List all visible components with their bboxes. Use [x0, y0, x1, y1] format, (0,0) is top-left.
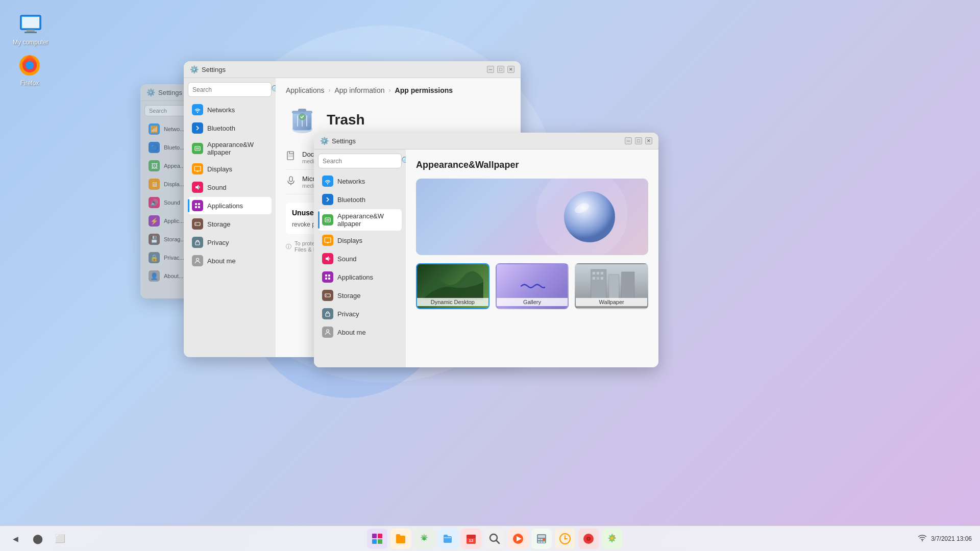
- applications-icon-back: ⚡: [149, 215, 160, 227]
- thumb-wallpaper-label: Wallpaper: [576, 298, 647, 306]
- search-box-front[interactable]: 🔍: [318, 154, 402, 168]
- displays-icon-mid: [192, 163, 203, 174]
- settings-window-front: ⚙️ Settings ─ □ ✕ 🔍 Networks: [314, 133, 658, 367]
- wallpaper-preview-large[interactable]: [416, 179, 648, 255]
- svg-rect-39: [328, 274, 330, 277]
- taskbar-app-calendar[interactable]: 12: [461, 529, 481, 549]
- search-box-mid[interactable]: 🔍: [188, 82, 272, 97]
- sidebar-item-appearance-front[interactable]: Appearance&W allpaper: [318, 209, 402, 231]
- privacy-label-back: Privac...: [164, 255, 184, 261]
- sidebar-item-bluetooth-front[interactable]: Bluetooth: [318, 191, 402, 208]
- svg-rect-41: [328, 278, 330, 280]
- win-mid-max[interactable]: □: [497, 66, 504, 73]
- taskbar-app-calculator[interactable]: [531, 529, 552, 549]
- win-front-close[interactable]: ✕: [645, 137, 652, 144]
- svg-marker-37: [326, 256, 329, 261]
- search-input-mid[interactable]: [192, 86, 269, 93]
- svg-rect-3: [24, 32, 37, 33]
- svg-marker-11: [195, 185, 199, 190]
- svg-rect-53: [601, 272, 603, 274]
- desktop-icon-my-computer[interactable]: My computer: [10, 10, 51, 48]
- firefox-label: Firefox: [20, 80, 39, 87]
- win-mid-close[interactable]: ✕: [507, 66, 514, 73]
- displays-icon-front: [322, 235, 333, 246]
- taskbar-status: 3/7/2021 13:06: [918, 534, 972, 543]
- datetime: 3/7/2021 13:06: [931, 535, 972, 542]
- aboutme-label-front: About me: [337, 329, 366, 336]
- sidebar-item-privacy-mid[interactable]: Privacy: [188, 234, 272, 251]
- sidebar-item-applications-mid[interactable]: Applications: [188, 197, 272, 214]
- svg-point-84: [610, 537, 614, 540]
- sidebar-item-appearance-mid[interactable]: Appearance&W allpaper: [188, 138, 272, 159]
- sidebar-item-sound-mid[interactable]: Sound: [188, 179, 272, 196]
- displays-label-mid: Displays: [207, 165, 232, 173]
- taskbar-app-media[interactable]: [508, 529, 528, 549]
- svg-rect-23: [298, 109, 306, 112]
- firefox-icon: [17, 53, 42, 78]
- networks-label-front: Networks: [337, 178, 365, 185]
- svg-rect-1: [22, 17, 39, 28]
- nav-back-button[interactable]: ◀: [8, 532, 22, 546]
- computer-icon: [18, 12, 43, 37]
- sidebar-item-networks-front[interactable]: Networks: [318, 172, 402, 190]
- win-front-min[interactable]: ─: [625, 137, 632, 144]
- taskbar-app-clock[interactable]: [555, 529, 575, 549]
- storage-icon-front: [322, 290, 333, 301]
- breadcrumb-applications[interactable]: Applications: [286, 86, 325, 94]
- svg-rect-35: [326, 219, 329, 221]
- svg-point-83: [587, 538, 589, 539]
- sidebar-item-displays-front[interactable]: Displays: [318, 232, 402, 249]
- win-mid-min[interactable]: ─: [487, 66, 494, 73]
- aboutme-icon-back: 👤: [149, 270, 160, 282]
- svg-rect-14: [195, 206, 197, 208]
- chevron-2: ›: [389, 87, 391, 94]
- storage-icon-mid: [192, 218, 203, 230]
- appearance-icon-back: 🖼: [149, 160, 160, 171]
- thumb-gallery-label: Gallery: [497, 298, 568, 306]
- sidebar-item-aboutme-front[interactable]: About me: [318, 323, 402, 341]
- breadcrumb-appinfo[interactable]: App information: [335, 86, 385, 94]
- win-mid-title: Settings: [202, 66, 226, 73]
- nav-home-button[interactable]: ⬤: [31, 532, 45, 546]
- thumb-dynamic-desktop[interactable]: Dynamic Desktop: [416, 263, 489, 309]
- nav-recent-button[interactable]: ⬜: [53, 532, 67, 546]
- sidebar-item-storage-mid[interactable]: Storage: [188, 215, 272, 233]
- svg-rect-49: [609, 274, 619, 300]
- sound-icon-mid: [192, 182, 203, 193]
- search-input-front[interactable]: [323, 158, 399, 165]
- privacy-icon-mid: [192, 237, 203, 248]
- desktop-icon-firefox[interactable]: Firefox: [9, 51, 50, 89]
- aboutme-label-back: About...: [164, 273, 183, 279]
- svg-rect-28: [287, 152, 293, 160]
- bluetooth-label-mid: Bluetooth: [207, 124, 235, 132]
- sidebar-item-bluetooth-mid[interactable]: Bluetooth: [188, 119, 272, 137]
- wallpaper-grid: Dynamic Desktop Gallery: [416, 263, 648, 309]
- svg-rect-42: [325, 294, 330, 297]
- sidebar-item-applications-front[interactable]: Applications: [318, 268, 402, 286]
- thumb-wallpaper[interactable]: Wallpaper: [575, 263, 648, 309]
- taskbar-app-launcher[interactable]: [367, 529, 387, 549]
- thumb-gallery[interactable]: Gallery: [496, 263, 569, 309]
- taskbar-app-settings[interactable]: [414, 529, 434, 549]
- taskbar-app-filemanager[interactable]: [437, 529, 458, 549]
- svg-rect-63: [467, 535, 476, 538]
- sidebar-item-aboutme-mid[interactable]: About me: [188, 252, 272, 269]
- svg-rect-31: [289, 177, 292, 182]
- svg-point-43: [326, 295, 327, 296]
- taskbar-app-photos[interactable]: [602, 529, 622, 549]
- sidebar-item-privacy-front[interactable]: Privacy: [318, 305, 402, 322]
- win-back-title: Settings: [158, 89, 182, 96]
- svg-rect-56: [601, 277, 603, 280]
- sidebar-item-displays-mid[interactable]: Displays: [188, 160, 272, 178]
- taskbar-app-music[interactable]: [578, 529, 599, 549]
- taskbar-app-magnifier[interactable]: [484, 529, 505, 549]
- svg-point-17: [196, 223, 197, 224]
- sidebar-item-storage-front[interactable]: Storage: [318, 287, 402, 304]
- win-front-max[interactable]: □: [635, 137, 642, 144]
- taskbar-app-files[interactable]: [390, 529, 411, 549]
- svg-rect-52: [597, 272, 599, 274]
- svg-rect-59: [372, 539, 377, 544]
- applications-label-mid: Applications: [207, 202, 243, 210]
- sidebar-item-sound-front[interactable]: Sound: [318, 250, 402, 267]
- sidebar-item-networks-mid[interactable]: Networks: [188, 101, 272, 118]
